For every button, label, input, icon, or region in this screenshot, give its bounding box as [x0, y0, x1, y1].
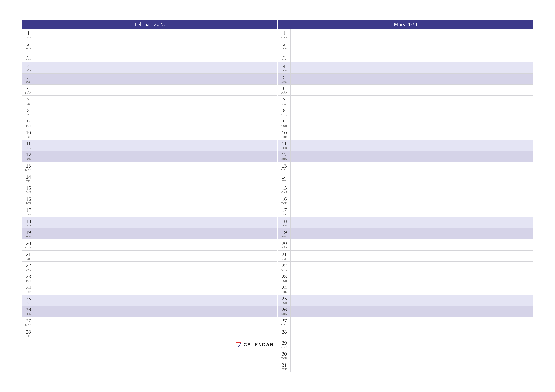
brand-text: CALENDAR	[243, 342, 274, 347]
day-row: 4LÖR	[278, 63, 533, 73]
day-number: 8	[27, 108, 30, 113]
weekday-label: MÅN	[25, 324, 32, 327]
month-header: Mars 2023	[278, 20, 533, 29]
day-row: 2TOR	[22, 40, 277, 51]
day-number: 7	[283, 97, 285, 102]
weekday-label: FRE	[282, 213, 287, 216]
day-label: 5SÖN	[22, 73, 35, 84]
day-notes-area	[291, 96, 533, 107]
day-notes-area	[291, 140, 533, 151]
day-notes-area	[291, 118, 533, 129]
day-row: 15ONS	[22, 184, 277, 195]
day-row: 7TIS	[278, 96, 533, 107]
weekday-label: ONS	[281, 191, 287, 194]
day-number: 19	[26, 230, 31, 235]
day-number: 27	[282, 318, 287, 323]
weekday-label: LÖR	[26, 69, 31, 72]
month-column-february: Februari 2023 1ONS2TOR3FRE4LÖR5SÖN6MÅN7T…	[22, 20, 277, 372]
day-label: 3FRE	[22, 51, 35, 62]
day-number: 25	[26, 296, 31, 301]
day-row: 26SÖN	[278, 306, 533, 317]
day-label: 10FRE	[278, 129, 291, 140]
weekday-label: TIS	[282, 335, 286, 338]
day-number: 2	[27, 42, 30, 47]
day-row: 22ONS	[278, 262, 533, 273]
weekday-label: TIS	[26, 180, 30, 183]
day-notes-area	[291, 328, 533, 339]
day-row: 22ONS	[22, 262, 277, 273]
day-row: 24FRE	[22, 284, 277, 295]
day-label: 7TIS	[22, 96, 35, 107]
day-notes-area	[291, 239, 533, 250]
weekday-label: SÖN	[281, 80, 287, 83]
day-label: 17FRE	[278, 206, 291, 217]
day-number: 14	[282, 174, 287, 179]
day-number: 23	[282, 274, 287, 279]
day-number: 17	[282, 207, 287, 213]
weekday-label: SÖN	[281, 157, 287, 161]
day-number: 24	[282, 285, 287, 290]
weekday-label: SÖN	[26, 157, 31, 161]
day-notes-area	[291, 151, 533, 162]
day-row: 1ONS	[278, 29, 533, 40]
day-number: 9	[283, 119, 285, 124]
day-notes-area	[291, 306, 533, 317]
day-row: 10FRE	[278, 129, 533, 140]
day-row: 17FRE	[22, 206, 277, 217]
day-number: 13	[26, 163, 31, 168]
day-notes-area	[35, 184, 277, 195]
day-row: 17FRE	[278, 206, 533, 217]
day-label: 2TOR	[278, 40, 291, 51]
day-row: 9TOR	[22, 118, 277, 129]
day-row: 3FRE	[22, 51, 277, 63]
weekday-label: ONS	[26, 113, 31, 116]
day-label: 22ONS	[278, 262, 291, 272]
day-row: 10FRE	[22, 129, 277, 140]
brand-row: CALENDAR	[22, 339, 277, 350]
calendar-page: Februari 2023 1ONS2TOR3FRE4LÖR5SÖN6MÅN7T…	[0, 0, 555, 372]
day-row: 29ONS	[278, 339, 533, 350]
day-number: 16	[282, 196, 287, 201]
month-header: Februari 2023	[22, 20, 277, 29]
weekday-label: FRE	[26, 290, 31, 293]
day-notes-area	[291, 295, 533, 306]
weekday-label: MÅN	[25, 246, 32, 249]
weekday-label: LÖR	[281, 69, 287, 72]
day-row: 31FRE	[278, 361, 533, 372]
day-notes-area	[35, 273, 277, 284]
day-row: 5SÖN	[278, 73, 533, 85]
day-label: 7TIS	[278, 96, 291, 107]
day-label: 9TOR	[22, 118, 35, 129]
day-notes-area	[291, 29, 533, 40]
day-label: 23TOR	[22, 273, 35, 284]
day-number: 29	[282, 340, 287, 345]
day-label: 19SÖN	[278, 228, 291, 239]
day-row: 3FRE	[278, 51, 533, 63]
day-number: 20	[282, 241, 287, 246]
day-notes-area	[35, 284, 277, 295]
weekday-label: TOR	[26, 47, 31, 50]
day-number: 26	[26, 307, 31, 312]
day-notes-area	[35, 195, 277, 206]
day-row: 28TIS	[22, 328, 277, 339]
day-notes-area	[35, 129, 277, 140]
day-number: 8	[283, 108, 285, 113]
day-label: 17FRE	[22, 206, 35, 217]
day-label: 18LÖR	[22, 217, 35, 228]
day-row: 30TOR	[278, 350, 533, 361]
day-label: 15ONS	[278, 184, 291, 195]
day-row: 6MÅN	[22, 85, 277, 96]
day-number: 10	[282, 130, 287, 135]
day-notes-area	[35, 151, 277, 162]
day-label: 8ONS	[278, 107, 291, 118]
day-notes-area	[291, 317, 533, 328]
day-row: 26SÖN	[22, 306, 277, 317]
day-row: 20MÅN	[278, 239, 533, 250]
weekday-label: ONS	[26, 268, 31, 271]
weekday-label: MÅN	[25, 91, 32, 94]
day-label: 12SÖN	[22, 151, 35, 162]
day-number: 9	[27, 119, 30, 124]
day-label: 2TOR	[22, 40, 35, 51]
weekday-label: TOR	[281, 279, 287, 282]
brand: CALENDAR	[235, 341, 274, 348]
